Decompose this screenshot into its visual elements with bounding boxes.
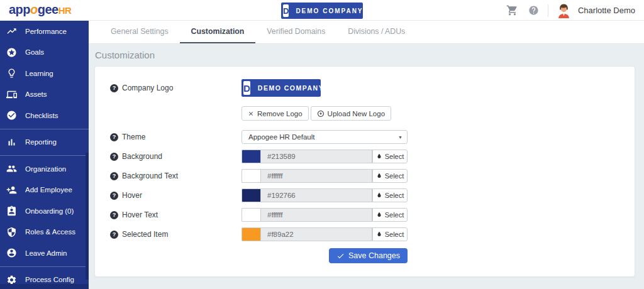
tab-verified-domains[interactable]: Verified Domains	[255, 21, 336, 43]
upload-new-logo-button[interactable]: Upload New Logo	[311, 106, 391, 121]
sidebar-item-leave-admin[interactable]: Leave Admin	[0, 243, 89, 264]
color-swatch	[242, 188, 260, 202]
theme-row: ? Theme Appogee HR Default ▼	[110, 130, 619, 144]
sidebar-item-checklists[interactable]: Checklists	[0, 105, 89, 126]
check-icon	[336, 252, 345, 260]
devices-icon	[6, 89, 17, 100]
company-badge: D DEMO COMPANY	[281, 3, 363, 19]
current-logo-preview: D DEMO COMPANY	[242, 79, 321, 97]
company-logo-label: ? Company Logo	[110, 79, 242, 92]
hover-text-color-row: ? Hover Text Select	[110, 208, 619, 222]
remove-logo-button[interactable]: Remove Logo	[242, 106, 309, 121]
main-area: General Settings Customization Verified …	[89, 21, 644, 289]
shield-icon	[6, 227, 17, 237]
theme-select[interactable]: Appogee HR Default ▼	[242, 130, 408, 144]
sidebar-item-assets[interactable]: Assets	[0, 84, 89, 106]
sidebar-item-onboarding[interactable]: Onboarding (0)	[0, 200, 89, 222]
color-swatch	[242, 227, 260, 241]
star-circle-icon	[6, 47, 17, 58]
content-area: Customization ? Company Logo D DEMO COMP…	[89, 44, 644, 277]
color-swatch	[242, 208, 260, 222]
hover-hex-input[interactable]	[260, 188, 372, 202]
background-color-row: ? Background Select	[110, 150, 619, 163]
user-avatar[interactable]	[556, 3, 572, 18]
shopping-cart-icon[interactable]	[506, 4, 518, 16]
appogee-hr-logo[interactable]: appogeeHR	[9, 3, 71, 17]
theme-select-value: Appogee HR Default	[248, 133, 314, 141]
help-tooltip-icon[interactable]: ?	[110, 172, 118, 180]
help-tooltip-icon[interactable]: ?	[110, 133, 118, 141]
top-header: appogeeHR D DEMO COMPANY Charlotte Demo	[0, 0, 644, 21]
background-select-button[interactable]: Select	[372, 150, 408, 163]
droplet-icon	[376, 192, 382, 199]
page-title: Customization	[94, 50, 635, 60]
background-text-hex-input[interactable]	[260, 169, 372, 183]
lightbulb-icon	[6, 68, 17, 79]
hover-text-select-button[interactable]: Select	[372, 208, 408, 222]
caret-down-icon: ▼	[398, 135, 402, 139]
settings-tabs: General Settings Customization Verified …	[89, 21, 644, 44]
tab-divisions-adus[interactable]: Divisions / ADUs	[336, 21, 416, 43]
hover-select-button[interactable]: Select	[372, 188, 408, 202]
sidebar-divider	[0, 155, 89, 156]
sidebar: Performance Goals Learning Assets Checkl…	[0, 21, 89, 289]
sidebar-item-organization[interactable]: Organization	[0, 158, 89, 180]
background-hex-input[interactable]	[260, 150, 372, 163]
check-circle-icon	[6, 110, 17, 121]
droplet-icon	[376, 173, 382, 179]
tab-customization[interactable]: Customization	[180, 21, 256, 43]
sidebar-item-partial[interactable]	[0, 284, 89, 289]
help-tooltip-icon[interactable]: ?	[110, 153, 118, 161]
help-tooltip-icon[interactable]: ?	[110, 192, 118, 200]
account-circle-icon	[6, 248, 17, 258]
droplet-icon	[376, 153, 382, 160]
sidebar-item-reporting[interactable]: Reporting	[0, 132, 89, 153]
sidebar-item-add-employee[interactable]: Add Employee	[0, 180, 89, 201]
save-row: Save Changes	[110, 248, 619, 263]
sidebar-item-performance[interactable]: Performance	[0, 21, 89, 42]
trending-up-icon	[6, 26, 17, 36]
company-badge-text: DEMO COMPANY	[296, 8, 363, 14]
header-divider	[548, 4, 548, 17]
droplet-icon	[376, 231, 382, 237]
tab-general-settings[interactable]: General Settings	[99, 21, 180, 43]
color-swatch	[242, 150, 260, 163]
droplet-icon	[376, 212, 382, 218]
theme-label: ? Theme	[110, 133, 242, 141]
sidebar-item-goals[interactable]: Goals	[0, 42, 89, 63]
hover-color-row: ? Hover Select	[110, 188, 619, 202]
people-icon	[6, 163, 17, 174]
person-add-icon	[6, 185, 17, 195]
hover-text-hex-input[interactable]	[260, 208, 372, 222]
selected-item-color-row: ? Selected Item Select	[110, 227, 619, 241]
sidebar-divider	[0, 266, 89, 267]
company-badge-letter: D	[283, 4, 289, 17]
upload-icon	[317, 110, 325, 117]
help-tooltip-icon[interactable]: ?	[110, 84, 118, 92]
logo-text: app	[9, 3, 30, 16]
save-changes-button[interactable]: Save Changes	[329, 248, 408, 263]
sidebar-item-roles-access[interactable]: Roles & Access	[0, 222, 89, 243]
id-badge-icon	[6, 205, 17, 216]
help-tooltip-icon[interactable]: ?	[110, 211, 118, 219]
selected-item-select-button[interactable]: Select	[372, 227, 408, 241]
background-text-select-button[interactable]: Select	[372, 169, 408, 183]
sidebar-divider	[0, 129, 89, 129]
help-tooltip-icon[interactable]: ?	[110, 231, 118, 239]
close-icon	[248, 111, 254, 117]
bar-chart-icon	[6, 137, 17, 148]
color-swatch	[242, 169, 260, 183]
company-logo-row: ? Company Logo D DEMO COMPANY Remove Log…	[110, 79, 619, 121]
sidebar-item-learning[interactable]: Learning	[0, 63, 89, 84]
selected-item-hex-input[interactable]	[260, 227, 372, 241]
customization-card: ? Company Logo D DEMO COMPANY Remove Log…	[94, 66, 635, 277]
help-icon[interactable]	[528, 5, 539, 16]
user-name[interactable]: Charlotte Demo	[578, 6, 635, 15]
background-text-color-row: ? Background Text Select	[110, 169, 619, 183]
